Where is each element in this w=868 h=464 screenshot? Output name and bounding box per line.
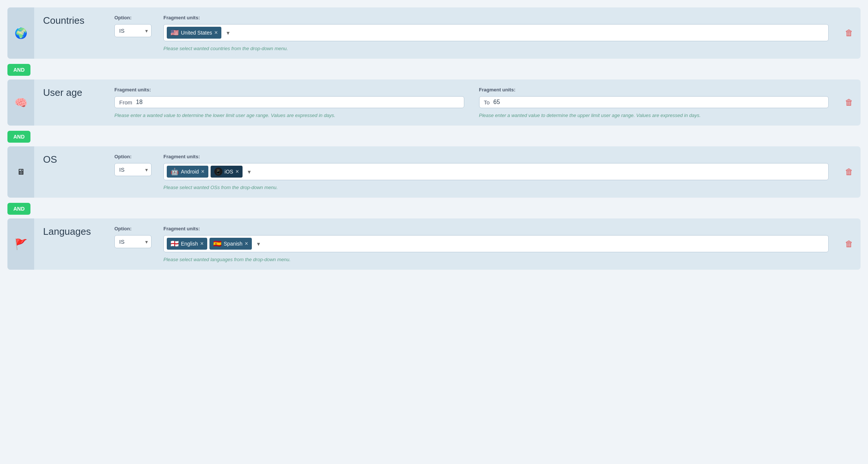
user-age-from-input-row: From <box>114 96 464 108</box>
os-option-select[interactable]: IS IS NOT <box>114 163 152 176</box>
os-fragment-section: Fragment units: 🤖 Android × 📱 iOS <box>163 154 829 190</box>
os-section: 🖥 OS Option: IS IS NOT Fragment <box>7 146 861 198</box>
os-label-block: OS <box>43 154 103 170</box>
user-age-icon: 🧠 <box>14 97 27 109</box>
us-flag-icon: 🇺🇸 <box>170 29 179 37</box>
user-age-to-input-row: To <box>479 96 829 108</box>
languages-option-section: Option: IS IS NOT <box>114 226 152 248</box>
user-age-icon-col: 🧠 <box>7 80 34 126</box>
languages-filter-row: 🚩 Languages Option: IS IS NOT F <box>7 218 861 270</box>
languages-icon-col: 🚩 <box>7 218 34 270</box>
languages-tag-spanish-text: Spanish <box>224 241 243 247</box>
countries-delete-button[interactable]: 🗑 <box>838 28 861 38</box>
languages-tag-spanish-close[interactable]: × <box>245 241 248 247</box>
ios-icon: 📱 <box>214 168 222 176</box>
countries-header-row: Countries Option: IS IS NOT Fragment uni… <box>43 15 829 51</box>
countries-fragment-label: Fragment units: <box>163 15 829 20</box>
languages-option-select[interactable]: IS IS NOT <box>114 235 152 248</box>
os-content: OS Option: IS IS NOT Fragment units: <box>34 146 838 198</box>
english-flag-icon: 🏴󠁧󠁢󠁥󠁮󠁧󠁿 <box>170 240 179 248</box>
user-age-section: 🧠 User age Fragment units: From Please e… <box>7 80 861 126</box>
user-age-delete-button[interactable]: 🗑 <box>838 98 861 107</box>
countries-icon: 🌍 <box>14 27 27 39</box>
countries-option-select[interactable]: IS IS NOT <box>114 24 152 37</box>
user-age-from-hint: Please enter a wanted value to determine… <box>114 113 464 118</box>
os-tag-ios-text: iOS <box>225 169 233 175</box>
languages-section: 🚩 Languages Option: IS IS NOT F <box>7 218 861 270</box>
os-option-label: Option: <box>114 154 152 159</box>
countries-label-block: Countries <box>43 15 103 31</box>
and-label-1: AND <box>7 64 30 76</box>
languages-content: Languages Option: IS IS NOT Fragment uni… <box>34 218 838 270</box>
user-age-to-input[interactable] <box>493 99 824 106</box>
user-age-filter-row: 🧠 User age Fragment units: From Please e… <box>7 80 861 126</box>
user-age-to-hint: Please enter a wanted value to determine… <box>479 113 829 118</box>
os-hint: Please select wanted OSs from the drop-d… <box>163 185 829 190</box>
os-select-wrapper[interactable]: IS IS NOT <box>114 163 152 176</box>
user-age-from-input[interactable] <box>136 99 459 106</box>
countries-fragment-bar[interactable]: 🇺🇸 United States × ▾ <box>163 24 829 41</box>
languages-header-row: Languages Option: IS IS NOT Fragment uni… <box>43 226 829 262</box>
countries-section: 🌍 Countries Option: IS IS NOT F <box>7 7 861 59</box>
languages-tag-spanish: 🇪🇸 Spanish × <box>209 238 252 250</box>
os-fragment-wrapper: 🤖 Android × 📱 iOS × ▾ <box>163 163 829 180</box>
countries-select-wrapper[interactable]: IS IS NOT <box>114 24 152 37</box>
languages-tag-english: 🏴󠁧󠁢󠁥󠁮󠁧󠁿 English × <box>167 238 207 250</box>
user-age-from-field-label: From <box>119 99 132 106</box>
languages-dropdown-arrow[interactable]: ▾ <box>254 240 263 247</box>
user-age-label: User age <box>43 87 103 98</box>
countries-fragment-section: Fragment units: 🇺🇸 United States × ▾ Ple… <box>163 15 829 51</box>
user-age-to-field-label: To <box>484 99 490 106</box>
os-tag-android: 🤖 Android × <box>167 166 208 178</box>
os-tag-android-text: Android <box>181 169 199 175</box>
countries-filter-row: 🌍 Countries Option: IS IS NOT F <box>7 7 861 59</box>
languages-delete-button[interactable]: 🗑 <box>838 239 861 249</box>
countries-option-label: Option: <box>114 15 152 20</box>
os-icon: 🖥 <box>17 167 25 177</box>
os-dropdown-arrow[interactable]: ▾ <box>245 168 254 175</box>
countries-tag-us-close[interactable]: × <box>214 30 218 36</box>
os-label: OS <box>43 154 103 165</box>
languages-fragment-wrapper: 🏴󠁧󠁢󠁥󠁮󠁧󠁿 English × 🇪🇸 Spanish × ▾ <box>163 235 829 252</box>
and-label-2: AND <box>7 131 30 143</box>
countries-tag-us-text: United States <box>181 30 212 36</box>
os-tag-ios-close[interactable]: × <box>235 169 239 175</box>
languages-tag-english-close[interactable]: × <box>200 241 204 247</box>
countries-icon-col: 🌍 <box>7 7 34 59</box>
and-badge-3: AND <box>7 199 861 218</box>
os-icon-col: 🖥 <box>7 146 34 198</box>
countries-option-section: Option: IS IS NOT <box>114 15 152 37</box>
and-badge-1: AND <box>7 60 861 80</box>
countries-tag-us: 🇺🇸 United States × <box>167 27 221 39</box>
languages-fragment-section: Fragment units: 🏴󠁧󠁢󠁥󠁮󠁧󠁿 English × 🇪🇸 Spa… <box>163 226 829 262</box>
os-header-row: OS Option: IS IS NOT Fragment units: <box>43 154 829 190</box>
android-icon: 🤖 <box>170 168 179 176</box>
os-option-section: Option: IS IS NOT <box>114 154 152 176</box>
languages-select-wrapper[interactable]: IS IS NOT <box>114 235 152 248</box>
languages-fragment-bar[interactable]: 🏴󠁧󠁢󠁥󠁮󠁧󠁿 English × 🇪🇸 Spanish × ▾ <box>163 235 829 252</box>
languages-icon: 🚩 <box>14 238 27 250</box>
spanish-flag-icon: 🇪🇸 <box>213 240 221 248</box>
countries-label: Countries <box>43 15 103 26</box>
user-age-sections: Fragment units: From Please enter a want… <box>114 87 829 118</box>
user-age-to-section: Fragment units: To Please enter a wanted… <box>479 87 829 118</box>
user-age-from-section: Fragment units: From Please enter a want… <box>114 87 464 118</box>
user-age-to-label: Fragment units: <box>479 87 829 93</box>
os-tag-android-close[interactable]: × <box>201 169 204 175</box>
languages-label: Languages <box>43 226 103 237</box>
languages-hint: Please select wanted languages from the … <box>163 257 829 262</box>
user-age-label-block: User age <box>43 87 103 103</box>
os-delete-button[interactable]: 🗑 <box>838 167 861 177</box>
user-age-from-label: Fragment units: <box>114 87 464 93</box>
languages-fragment-label: Fragment units: <box>163 226 829 231</box>
and-badge-2: AND <box>7 127 861 146</box>
user-age-content: User age Fragment units: From Please ent… <box>34 80 838 126</box>
languages-option-label: Option: <box>114 226 152 231</box>
os-tag-ios: 📱 iOS × <box>211 166 243 178</box>
countries-content: Countries Option: IS IS NOT Fragment uni… <box>34 7 838 59</box>
os-fragment-label: Fragment units: <box>163 154 829 159</box>
countries-dropdown-arrow[interactable]: ▾ <box>224 29 233 36</box>
os-fragment-bar[interactable]: 🤖 Android × 📱 iOS × ▾ <box>163 163 829 180</box>
and-label-3: AND <box>7 203 30 215</box>
countries-hint: Please select wanted countries from the … <box>163 46 829 51</box>
